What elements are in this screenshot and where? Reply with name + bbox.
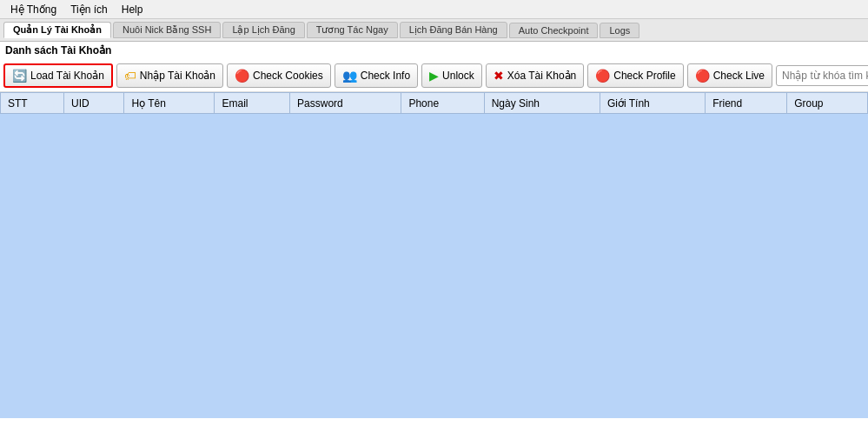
table-header-row: STT UID Họ Tên Email Password Phone Ngày… <box>1 93 868 114</box>
live-icon: 🔴 <box>695 70 710 82</box>
unlock-button[interactable]: ▶ Unlock <box>421 63 482 88</box>
info-icon: 👥 <box>342 70 357 82</box>
check-info-button[interactable]: 👥 Check Info <box>335 63 418 88</box>
import-button-label: Nhập Tài Khoản <box>140 70 215 82</box>
play-icon: ▶ <box>429 70 439 82</box>
tab-lap-lich-dang[interactable]: Lập Lịch Đăng <box>222 22 304 38</box>
info-button-label: Check Info <box>361 70 410 82</box>
col-phone: Phone <box>401 93 484 114</box>
tab-nuoi-nick[interactable]: Nuôi Nick Bằng SSH <box>113 22 221 38</box>
unlock-button-label: Unlock <box>442 70 474 82</box>
tab-tuong-tac-ngay[interactable]: Tương Tác Ngay <box>307 22 398 38</box>
col-friend: Friend <box>706 93 787 114</box>
col-stt: STT <box>1 93 64 114</box>
search-input[interactable] <box>776 65 868 86</box>
menu-bar: Hệ Thống Tiện ích Help <box>0 0 868 19</box>
menu-item-help[interactable]: Help <box>115 2 150 17</box>
menu-item-he-thong[interactable]: Hệ Thống <box>3 2 63 17</box>
refresh-icon: 🔄 <box>12 70 27 82</box>
col-ngay-sinh: Ngày Sinh <box>484 93 600 114</box>
check-live-button[interactable]: 🔴 Check Live <box>687 63 772 88</box>
col-gioi-tinh: Giới Tính <box>600 93 705 114</box>
toolbar: 🔄 Load Tài Khoản 🏷 Nhập Tài Khoản 🔴 Chec… <box>0 59 868 92</box>
cookies-button-label: Check Cookies <box>253 70 323 82</box>
nhap-tai-khoan-button[interactable]: 🏷 Nhập Tài Khoản <box>116 63 223 88</box>
menu-item-tien-ich[interactable]: Tiện ích <box>63 2 115 17</box>
section-label: Danh sách Tài Khoản <box>0 42 868 59</box>
load-tai-khoan-button[interactable]: 🔄 Load Tài Khoản <box>3 63 113 88</box>
col-uid: UID <box>64 93 124 114</box>
table-container: STT UID Họ Tên Email Password Phone Ngày… <box>0 92 868 418</box>
profile-button-label: Check Profile <box>613 70 675 82</box>
tab-bar: Quản Lý Tài Khoản Nuôi Nick Bằng SSH Lập… <box>0 19 868 42</box>
delete-button-label: Xóa Tài Khoản <box>507 70 577 82</box>
col-ho-ten: Họ Tên <box>124 93 215 114</box>
delete-icon: ✖ <box>494 70 504 82</box>
col-password: Password <box>290 93 401 114</box>
col-email: Email <box>215 93 290 114</box>
check-profile-button[interactable]: 🔴 Check Profile <box>587 63 683 88</box>
tab-logs[interactable]: Logs <box>600 23 639 38</box>
profile-icon: 🔴 <box>595 70 610 82</box>
load-button-label: Load Tài Khoản <box>30 70 104 82</box>
col-group: Group <box>787 93 868 114</box>
cookie-icon: 🔴 <box>235 70 249 82</box>
xoa-tai-khoan-button[interactable]: ✖ Xóa Tài Khoản <box>486 63 585 88</box>
import-icon: 🏷 <box>124 70 136 82</box>
check-cookies-button[interactable]: 🔴 Check Cookies <box>227 63 331 88</box>
accounts-table: STT UID Họ Tên Email Password Phone Ngày… <box>0 92 868 114</box>
live-button-label: Check Live <box>713 70 765 82</box>
tab-quan-ly-tai-khoan[interactable]: Quản Lý Tài Khoản <box>3 22 111 38</box>
tab-lich-dang-ban-hang[interactable]: Lịch Đăng Bán Hàng <box>400 22 507 38</box>
tab-auto-checkpoint[interactable]: Auto Checkpoint <box>509 23 599 38</box>
